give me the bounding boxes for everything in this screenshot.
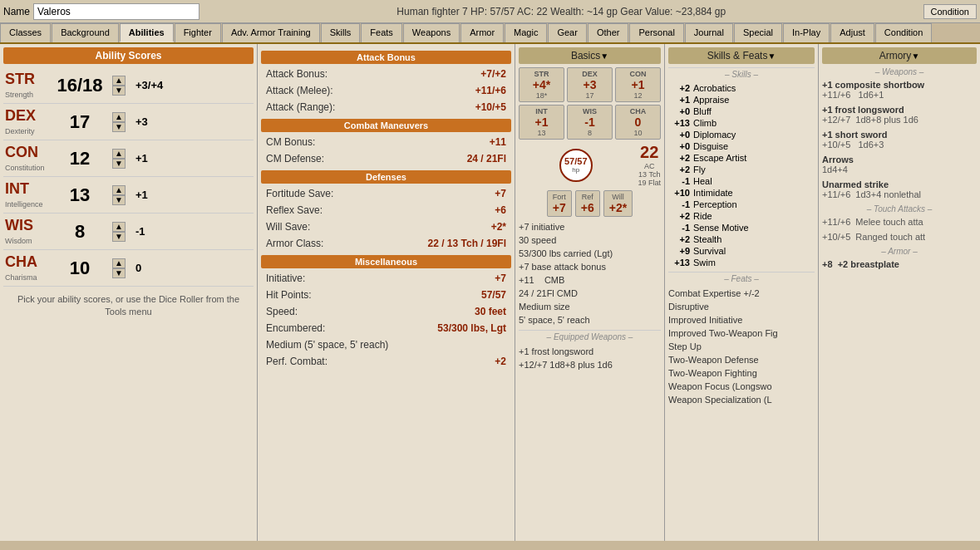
ac-display: 22 AC 13 Tch 19 Flat — [638, 143, 661, 187]
str-stat-box: STR +4* 18* — [519, 67, 564, 102]
tab-skills[interactable]: Skills — [321, 23, 361, 42]
tab-feats[interactable]: Feats — [361, 23, 402, 42]
speed-row: Speed: 30 feet — [261, 303, 511, 320]
initiative-row: Initiative: +7 — [261, 270, 511, 287]
cha-name: Charisma — [5, 273, 37, 282]
weapon-composite-shortbow: +1 composite shortbow +11/+6 1d6+1 — [822, 80, 977, 100]
tab-inplay[interactable]: In-Play — [783, 23, 830, 42]
tab-magic[interactable]: Magic — [505, 23, 547, 42]
tab-personal[interactable]: Personal — [629, 23, 683, 42]
dex-abbr: DEX — [5, 107, 47, 125]
con-arrows[interactable]: ▲ ▼ — [112, 149, 126, 169]
tab-fighter[interactable]: Fighter — [175, 23, 221, 42]
skills-feats-panel: Skills & Feats ▼ – Skills – +2Acrobatics… — [665, 44, 819, 541]
encumbered-row: Encumbered: 53/300 lbs, Lgt — [261, 320, 511, 336]
armory-dropdown-btn[interactable]: ▼ — [911, 52, 919, 61]
tab-adjust[interactable]: Adjust — [830, 23, 874, 42]
str-up[interactable]: ▲ — [112, 76, 126, 86]
con-value: 12 — [51, 148, 109, 169]
int-up[interactable]: ▲ — [112, 185, 126, 195]
right-section: Basics ▼ STR +4* 18* DEX +3 17 CON +1 12 — [515, 44, 980, 541]
wis-arrows[interactable]: ▲ ▼ — [112, 222, 126, 242]
skill-acrobatics: +2Acrobatics — [668, 82, 815, 94]
saves-row: Fort +7 Ref +6 Will +2* — [519, 190, 661, 217]
tab-abilities[interactable]: Abilities — [120, 23, 174, 42]
attack-bonus-header: Attack Bonus — [261, 51, 511, 64]
tab-journal[interactable]: Journal — [685, 23, 733, 42]
name-label: Name — [3, 6, 30, 17]
tab-weapons[interactable]: Weapons — [403, 23, 460, 42]
skill-climb: +13Climb — [668, 117, 815, 129]
armory-panel: Armory ▼ – Weapons – +1 composite shortb… — [819, 44, 980, 541]
attack-melee-row: Attack (Melee): +11/+6 — [261, 82, 511, 99]
int-arrows[interactable]: ▲ ▼ — [112, 185, 126, 205]
skill-bluff: +0Bluff — [668, 106, 815, 117]
weapon-arrows: Arrows 1d4+4 — [822, 155, 977, 174]
main-content: Ability Scores STR Strength 16/18 ▲ ▼ +3… — [0, 44, 980, 541]
wis-up[interactable]: ▲ — [112, 222, 126, 232]
skill-escape-artist: +2Escape Artist — [668, 152, 815, 164]
dex-mod: +3 — [135, 115, 148, 128]
str-down[interactable]: ▼ — [112, 86, 126, 96]
character-name-input[interactable] — [33, 3, 199, 20]
condition-button[interactable]: Condition — [923, 4, 977, 19]
str-value: 16/18 — [51, 75, 109, 96]
con-up[interactable]: ▲ — [112, 149, 126, 159]
tab-condition[interactable]: Condition — [875, 23, 932, 42]
dex-stat-box: DEX +3 17 — [567, 67, 613, 102]
con-row: CON Constitution 12 ▲ ▼ +1 — [3, 140, 254, 177]
str-abbr: STR — [5, 71, 47, 88]
skill-disguise: +0Disguise — [668, 140, 815, 152]
equipped-weapon-1-stats: +12/+7 1d8+8 plus 1d6 — [519, 358, 661, 371]
cha-abbr: CHA — [5, 253, 47, 271]
dex-up[interactable]: ▲ — [112, 112, 126, 122]
tab-adv-armor[interactable]: Adv. Armor Training — [222, 23, 320, 42]
feat-twf: Two-Weapon Fighting — [668, 366, 815, 380]
cmd-text: 24 / 21Fl CMD — [519, 287, 661, 300]
con-down[interactable]: ▼ — [112, 159, 126, 169]
int-down[interactable]: ▼ — [112, 195, 126, 205]
wis-stat-box: WIS -1 8 — [567, 105, 613, 140]
weapon-unarmed: Unarmed strike +11/+6 1d3+4 nonlethal — [822, 179, 977, 199]
int-row: INT Intelligence 13 ▲ ▼ +1 — [3, 177, 254, 214]
char-info: Human fighter 7 HP: 57/57 AC: 22 Wealth:… — [199, 6, 923, 17]
tab-armor[interactable]: Armor — [460, 23, 504, 42]
dex-arrows[interactable]: ▲ ▼ — [112, 112, 126, 132]
dex-row: DEX Dexterity 17 ▲ ▼ +3 — [3, 104, 254, 140]
dex-down[interactable]: ▼ — [112, 122, 126, 132]
reflex-row: Reflex Save: +6 — [261, 202, 511, 219]
nav-tabs: Classes Background Abilities Fighter Adv… — [0, 23, 980, 44]
ability-scores-grid: STR Strength 16/18 ▲ ▼ +3/+4 DEX Dexteri… — [3, 67, 254, 287]
skill-sense-motive: -1Sense Motive — [668, 222, 815, 233]
str-arrows[interactable]: ▲ ▼ — [112, 76, 126, 96]
skills-feats-dropdown-btn[interactable]: ▼ — [767, 52, 776, 61]
tab-gear[interactable]: Gear — [548, 23, 586, 42]
feats-list: Combat Expertise +/-2 Disruptive Improve… — [668, 287, 815, 406]
cha-arrows[interactable]: ▲ ▼ — [112, 258, 126, 278]
skill-survival: +9Survival — [668, 245, 815, 257]
ability-scores-panel: Ability Scores STR Strength 16/18 ▲ ▼ +3… — [0, 44, 258, 541]
basics-panel: Basics ▼ STR +4* 18* DEX +3 17 CON +1 12 — [515, 44, 665, 541]
top-bar: Name Human fighter 7 HP: 57/57 AC: 22 We… — [0, 0, 980, 23]
ranged-touch-attack: +10/+5 Ranged touch att — [822, 232, 977, 242]
tab-classes[interactable]: Classes — [0, 23, 51, 42]
tab-background[interactable]: Background — [52, 23, 119, 42]
feat-disruptive: Disruptive — [668, 300, 815, 313]
wis-down[interactable]: ▼ — [112, 232, 126, 242]
combat-maneuvers-header: Combat Maneuvers — [261, 119, 511, 132]
cha-value: 10 — [51, 258, 109, 279]
skills-divider: – Skills – — [668, 67, 815, 79]
equipped-weapons-divider: – Equipped Weapons – — [519, 330, 661, 341]
cha-stat-box: CHA 0 10 — [615, 105, 661, 140]
hp-ac-row: 57/57 hp 22 AC 13 Tch 19 Flat — [519, 143, 661, 187]
tab-special[interactable]: Special — [734, 23, 782, 42]
fort-save-box: Fort +7 — [547, 190, 572, 217]
cha-up[interactable]: ▲ — [112, 258, 126, 268]
reach-text: 5' space, 5' reach — [519, 313, 661, 327]
cha-down[interactable]: ▼ — [112, 268, 126, 278]
con-mod: +1 — [135, 152, 148, 165]
tab-other[interactable]: Other — [588, 23, 629, 42]
melee-touch-attack: +11/+6 Melee touch atta — [822, 217, 977, 227]
medium-row: Medium (5' space, 5' reach) — [261, 336, 511, 353]
basics-dropdown-btn[interactable]: ▼ — [600, 52, 608, 61]
